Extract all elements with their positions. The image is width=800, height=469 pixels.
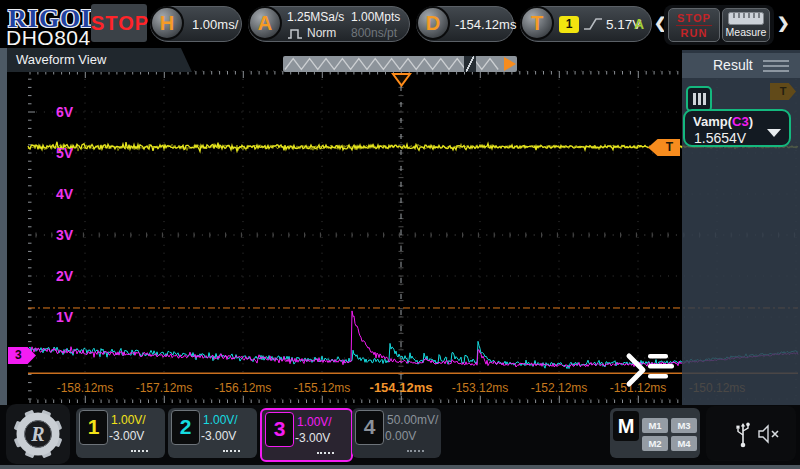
time-label: -155.12ms (294, 381, 351, 395)
left-edge-strip (0, 48, 7, 465)
voltage-label: 5V (56, 145, 74, 161)
channel-3-scale: 1.00V/ (297, 415, 332, 429)
time-label: -152.12ms (531, 381, 588, 395)
minimap-play-icon[interactable] (504, 57, 516, 71)
bottom-edge-strip (0, 465, 800, 469)
acquire-pill[interactable]: A 1.25MSa/s Norm 1.00Mpts 800ns/pt (248, 6, 410, 42)
math-channels-tile: M M1 M3 M2 M4 (610, 408, 700, 458)
nav-next-chevron[interactable]: ❯ (777, 14, 790, 32)
time-label: -154.12ms (370, 380, 433, 395)
acquire-key-button[interactable]: A (248, 6, 282, 40)
channel-2-offset: -3.00V (201, 429, 236, 443)
run-stop-stop-label: STOP (677, 12, 711, 24)
model-label: DHO804 (6, 26, 91, 50)
gear-logo-icon: R (11, 407, 65, 461)
hamburger-icon[interactable] (763, 60, 789, 75)
acquire-mode: Norm (307, 25, 336, 41)
channel-3-offset: -3.00V (295, 431, 330, 445)
run-stop-run-label: RUN (681, 27, 708, 39)
oscilloscope-screen: 6V5V4V3V2V1V-158.12ms-157.12ms-156.12ms-… (0, 0, 800, 469)
measure-button[interactable]: Measure (722, 8, 770, 42)
tab-waveform-view[interactable]: Waveform View (7, 48, 192, 72)
run-stop-divider (676, 25, 712, 26)
channel-1-scale: 1.00V/ (111, 413, 146, 427)
pulse-norm-icon (287, 27, 303, 41)
channel-1-offset: -3.00V (109, 429, 144, 443)
trigger-sweep-mode: A (634, 7, 644, 41)
waveform-minimap-bar[interactable] (283, 56, 517, 72)
bottom-channel-bar: R 1 1.00V/ -3.00V 2 1.00V/ -3.00V 3 1.00… (0, 405, 800, 469)
result-panel-title: Result (713, 57, 753, 73)
expand-menu-icon[interactable] (629, 354, 674, 384)
horizontal-key-button[interactable]: H (150, 6, 184, 40)
timebase-value: 1.00ms/ (192, 8, 238, 42)
trigger-key-button[interactable]: T (520, 6, 554, 40)
time-label: -151.12ms (610, 381, 667, 395)
channel-2-scale: 1.00V/ (203, 413, 238, 427)
time-label: -153.12ms (452, 381, 509, 395)
channel-1-key[interactable]: 1 (79, 410, 108, 445)
trigger-source-badge[interactable]: 1 (559, 16, 579, 33)
top-status-bar: RIGOL DHO804 STOP H 1.00ms/ A 1.25MSa/s … (0, 0, 800, 48)
channel-2-card[interactable]: 2 1.00V/ -3.00V (168, 408, 257, 458)
horizontal-pill[interactable]: H 1.00ms/ (150, 6, 242, 42)
voltage-label: 1V (56, 309, 74, 325)
rising-edge-icon (583, 15, 603, 33)
measurement-value: 1.5654V (694, 130, 746, 146)
channel-3-key[interactable]: 3 (265, 412, 294, 447)
channel-4-coupling-icon (407, 450, 424, 452)
math-m1-button[interactable]: M1 (642, 418, 668, 433)
speaker-mute-icon[interactable] (758, 424, 780, 444)
channel-4-offset: 0.00V (385, 429, 416, 443)
channel-3-card-selected[interactable]: 3 1.00V/ -3.00V (260, 408, 353, 462)
trigger-pill[interactable]: T 1 5.17V A (520, 6, 652, 42)
usb-icon (734, 419, 752, 449)
channel-4-card-disabled[interactable]: 4 50.00mV/ 0.00V (352, 408, 441, 458)
ruler-measure-icon (728, 12, 764, 25)
quick-button-cluster: STOP RUN Measure (664, 5, 774, 45)
channel-4-key[interactable]: 4 (355, 410, 384, 445)
measurement-name: Vamp(C3) (693, 114, 753, 129)
measurement-source: C3 (732, 114, 749, 129)
math-m3-button[interactable]: M3 (671, 418, 697, 433)
math-key[interactable]: M (613, 411, 639, 441)
measurement-result-card[interactable]: Vamp(C3) 1.5654V (683, 109, 791, 147)
sample-rate-value: 1.25MSa/s (287, 9, 344, 25)
memory-depth-value: 1.00Mpts (351, 9, 400, 25)
trigger-position-triangle[interactable] (393, 74, 410, 86)
time-label: -157.12ms (136, 381, 193, 395)
rigol-gear-logo-button[interactable]: R (6, 404, 70, 464)
delay-pill[interactable]: D -154.12ms (416, 6, 514, 42)
time-label: -158.12ms (57, 381, 114, 395)
voltage-label: 2V (56, 268, 74, 284)
channel-4-scale: 50.00mV/ (387, 413, 438, 427)
voltage-label: 4V (56, 186, 74, 202)
measure-button-label: Measure (726, 26, 767, 38)
run-stop-button[interactable]: STOP RUN (668, 8, 720, 42)
channel-2-coupling-icon (223, 450, 240, 452)
math-m2-button[interactable]: M2 (642, 436, 668, 451)
result-panel-header[interactable]: Result (682, 53, 800, 78)
svg-text:R: R (30, 423, 44, 445)
channel-3-coupling-icon (317, 452, 334, 454)
channel-1-coupling-icon (131, 450, 148, 452)
time-label: -156.12ms (215, 381, 272, 395)
minimap-view-window[interactable] (464, 56, 476, 72)
trigger-delay-value: -154.12ms (455, 8, 516, 42)
dropdown-caret-icon[interactable] (767, 129, 781, 137)
status-io-tile (706, 406, 796, 461)
math-m4-button[interactable]: M4 (671, 436, 697, 451)
delay-key-button[interactable]: D (416, 6, 450, 40)
voltage-label: 3V (56, 227, 74, 243)
acquisition-status-badge[interactable]: STOP (91, 4, 147, 42)
channel-2-key[interactable]: 2 (171, 410, 200, 445)
channel-1-card[interactable]: 1 1.00V/ -3.00V (76, 408, 165, 458)
voltage-label: 6V (56, 104, 74, 120)
sample-resolution-value: 800ns/pt (351, 25, 397, 41)
